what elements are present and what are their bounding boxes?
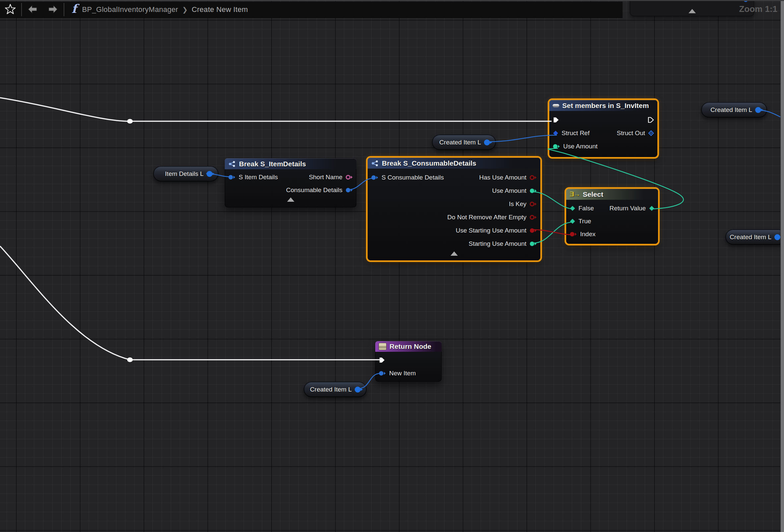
break-struct-icon <box>371 160 379 167</box>
arrow-left-icon <box>27 4 38 15</box>
arrow-right-icon <box>48 4 58 15</box>
pin-label: Struct Ref <box>562 129 589 137</box>
use-amount-out-pin[interactable] <box>529 188 537 194</box>
window-top-edge <box>0 0 784 1</box>
node-header[interactable]: Set members in S_InvItem <box>549 100 657 111</box>
wire-exec-to-return-node <box>0 246 381 360</box>
variable-label: Item Details L <box>165 170 203 178</box>
toolbar-divider <box>21 3 22 16</box>
exec-in-pin[interactable] <box>553 117 559 123</box>
node-select[interactable]: Ǝ→ Select False Return Value <box>566 189 658 244</box>
has-use-amount-pin[interactable] <box>529 175 537 180</box>
pin-label: S Item Details <box>239 174 278 181</box>
variable-pill-created-item[interactable]: Created Item L <box>725 229 784 245</box>
node-return[interactable]: Return Node New Item <box>375 341 442 382</box>
variable-output-pin[interactable] <box>206 171 215 177</box>
breadcrumb-root[interactable]: BP_GlobalInventoryManager <box>82 5 178 14</box>
pin-label: Struct Out <box>617 129 645 137</box>
node-header[interactable]: Ǝ→ Select <box>566 189 658 200</box>
pin-label: Return Value <box>610 205 646 212</box>
collapse-arrow-icon[interactable] <box>689 9 696 13</box>
node-break-s-itemdetails[interactable]: Break S_ItemDetails S Item Details Short… <box>225 158 356 207</box>
variable-label: Created Item L <box>710 106 752 114</box>
select-icon: Ǝ→ <box>569 190 580 198</box>
pin-label: False <box>579 205 594 212</box>
reroute-node[interactable] <box>127 119 133 123</box>
index-pin[interactable] <box>569 231 577 237</box>
nav-forward-button[interactable] <box>43 2 63 18</box>
graph-toolbar: f BP_GlobalInventoryManager ❯ Create New… <box>0 2 622 18</box>
variable-label: Created Item L <box>439 139 481 146</box>
pin-label: Use Starting Use Amount <box>456 227 526 234</box>
true-pin[interactable] <box>569 218 576 224</box>
zoom-indicator: Zoom 1:1 <box>739 4 777 14</box>
new-item-pin[interactable] <box>379 371 386 376</box>
node-title: Set members in S_InvItem <box>562 102 649 110</box>
node-title: Select <box>583 190 603 199</box>
do-not-remove-after-empty-pin[interactable] <box>529 214 537 220</box>
node-header[interactable]: Break S_ItemDetails <box>225 158 356 169</box>
pin-label: Use Amount <box>563 143 598 150</box>
pin-label: Consumable Details <box>286 186 342 194</box>
s-consumable-details-pin[interactable] <box>371 175 379 180</box>
exec-out-pin[interactable] <box>647 117 654 123</box>
wire-exec-to-set-members <box>0 98 552 121</box>
vertical-scrollbar[interactable] <box>780 1 784 532</box>
breadcrumb-current[interactable]: Create New Item <box>192 5 248 14</box>
pin-label: Index <box>580 231 595 238</box>
variable-pill-created-item[interactable]: Created Item L <box>701 102 767 118</box>
starting-use-amount-pin[interactable] <box>529 241 537 247</box>
struct-ref-pin[interactable] <box>553 130 559 136</box>
toolbar-divider <box>64 3 64 16</box>
break-struct-icon <box>228 160 236 168</box>
variable-output-pin[interactable] <box>484 139 492 146</box>
return-value-pin[interactable] <box>649 205 655 211</box>
struct-out-pin[interactable] <box>648 130 654 136</box>
s-item-details-pin[interactable] <box>228 174 236 180</box>
exec-in-pin[interactable] <box>379 357 385 363</box>
variable-output-pin[interactable] <box>755 107 763 113</box>
node-title: Break S_ConsumableDetails <box>382 159 476 167</box>
return-icon <box>379 343 387 350</box>
pin-label: Short Name <box>309 174 342 181</box>
breadcrumb-chevron-icon: ❯ <box>182 6 188 13</box>
is-key-pin[interactable] <box>529 201 537 207</box>
node-header[interactable]: Break S_ConsumableDetails <box>368 158 540 169</box>
blueprint-graph-canvas[interactable]: Set members in S_InvItem Struct Ref <box>0 0 784 532</box>
variable-pill-item-details[interactable]: Item Details L <box>153 166 219 181</box>
struct-pill-icon <box>553 104 559 107</box>
false-pin[interactable] <box>569 205 576 211</box>
reroute-node[interactable] <box>127 357 133 362</box>
pin-label: New Item <box>389 370 416 377</box>
collapsed-node[interactable] <box>630 0 754 16</box>
pin-label: True <box>579 218 591 225</box>
use-starting-use-amount-pin[interactable] <box>529 228 537 234</box>
function-f-icon: f <box>65 2 82 18</box>
pin-label: Use Amount <box>492 187 527 195</box>
use-amount-pin[interactable] <box>553 143 560 149</box>
node-title: Break S_ItemDetails <box>239 160 306 168</box>
node-set-members-in-s-invitem[interactable]: Set members in S_InvItem Struct Ref <box>549 100 657 157</box>
pin-label: Is Key <box>509 200 526 208</box>
variable-label: Created Item L <box>730 234 772 241</box>
nav-back-button[interactable] <box>23 2 43 18</box>
pin-label: S Consumable Details <box>382 174 444 181</box>
short-name-pin[interactable] <box>345 174 353 180</box>
variable-output-pin[interactable] <box>354 386 363 393</box>
node-title: Return Node <box>390 343 431 351</box>
variable-pill-created-item[interactable]: Created Item L <box>432 135 496 150</box>
wire-created-item-to-struct-ref <box>485 135 557 142</box>
pin-label: Do Not Remove After Empty <box>447 214 526 221</box>
variable-pill-created-item[interactable]: Created Item L <box>304 382 367 397</box>
variable-label: Created Item L <box>310 386 352 393</box>
consumable-details-pin[interactable] <box>345 187 353 193</box>
favorite-button[interactable] <box>0 2 21 18</box>
node-header[interactable]: Return Node <box>375 341 442 352</box>
wire-layer <box>0 0 784 532</box>
pin-label: Has Use Amount <box>479 174 526 181</box>
node-break-s-consumabledetails[interactable]: Break S_ConsumableDetails S Consumable D… <box>368 158 540 260</box>
collapse-arrow-icon[interactable] <box>450 252 458 256</box>
star-icon <box>5 4 16 16</box>
pin-label: Starting Use Amount <box>469 240 526 247</box>
collapse-arrow-icon[interactable] <box>287 198 295 202</box>
